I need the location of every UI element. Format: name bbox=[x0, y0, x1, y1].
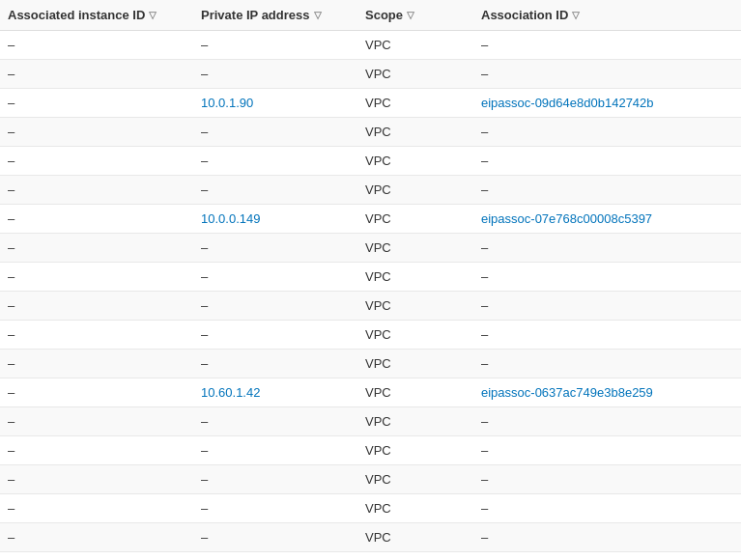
cell-association[interactable]: eipassoc-07e768c00008c5397 bbox=[473, 205, 741, 234]
cell-private-ip: – bbox=[193, 494, 357, 523]
cell-private-ip[interactable]: 10.0.1.90 bbox=[193, 89, 357, 118]
col-header-scope-label: Scope bbox=[365, 8, 403, 22]
cell-association: – bbox=[473, 292, 741, 321]
cell-private-ip: – bbox=[193, 263, 357, 292]
main-table-container: Associated instance ID ▽ Private IP addr… bbox=[0, 0, 741, 560]
cell-private-ip: – bbox=[193, 407, 357, 436]
cell-scope: VPC bbox=[357, 234, 473, 263]
cell-scope: VPC bbox=[357, 118, 473, 147]
cell-association[interactable]: eipassoc-09d64e8d0b142742b bbox=[473, 89, 741, 118]
cell-scope: VPC bbox=[357, 494, 473, 523]
cell-private-ip: – bbox=[193, 292, 357, 321]
cell-association: – bbox=[473, 31, 741, 60]
table-row: ––VPC– bbox=[0, 31, 741, 60]
col-header-private-ip-label: Private IP address bbox=[201, 8, 310, 22]
cell-scope: VPC bbox=[357, 292, 473, 321]
table-row: ––VPC– bbox=[0, 292, 741, 321]
col-header-instance[interactable]: Associated instance ID ▽ bbox=[0, 0, 193, 31]
table-row: ––VPC– bbox=[0, 494, 741, 523]
cell-association[interactable]: eipassoc-0637ac749e3b8e259 bbox=[473, 378, 741, 407]
cell-private-ip[interactable]: 10.0.0.149 bbox=[193, 205, 357, 234]
cell-private-ip: – bbox=[193, 350, 357, 378]
table-row: ––VPC– bbox=[0, 118, 741, 147]
cell-instance: – bbox=[0, 292, 193, 321]
cell-private-ip: – bbox=[193, 436, 357, 465]
sort-icon-association: ▽ bbox=[572, 10, 580, 20]
cell-scope: VPC bbox=[357, 60, 473, 89]
table-row: –10.0.0.149VPCeipassoc-07e768c00008c5397 bbox=[0, 205, 741, 234]
col-header-scope[interactable]: Scope ▽ bbox=[357, 0, 473, 31]
cell-scope: VPC bbox=[357, 89, 473, 118]
cell-scope: VPC bbox=[357, 436, 473, 465]
cell-scope: VPC bbox=[357, 147, 473, 176]
table-row: ––VPC– bbox=[0, 263, 741, 292]
cell-instance: – bbox=[0, 465, 193, 494]
col-header-private-ip[interactable]: Private IP address ▽ bbox=[193, 0, 357, 31]
cell-scope: VPC bbox=[357, 263, 473, 292]
cell-association: – bbox=[473, 494, 741, 523]
table-row: ––VPC– bbox=[0, 147, 741, 176]
cell-instance: – bbox=[0, 234, 193, 263]
sort-icon-scope: ▽ bbox=[407, 10, 414, 20]
cell-association: – bbox=[473, 523, 741, 552]
cell-scope: VPC bbox=[357, 465, 473, 494]
table-body: ––VPC–––VPC––10.0.1.90VPCeipassoc-09d64e… bbox=[0, 31, 741, 561]
cell-instance: – bbox=[0, 350, 193, 378]
cell-scope: VPC bbox=[357, 176, 473, 205]
sort-icon-instance: ▽ bbox=[149, 10, 157, 20]
cell-scope: VPC bbox=[357, 407, 473, 436]
cell-association: – bbox=[473, 176, 741, 205]
table-row: ––VPC– bbox=[0, 321, 741, 350]
col-header-association-label: Association ID bbox=[481, 8, 568, 22]
cell-private-ip[interactable]: 10.60.1.42 bbox=[193, 378, 357, 407]
cell-private-ip: – bbox=[193, 234, 357, 263]
cell-private-ip: – bbox=[193, 321, 357, 350]
cell-private-ip: – bbox=[193, 147, 357, 176]
cell-instance: – bbox=[0, 436, 193, 465]
cell-instance: – bbox=[0, 321, 193, 350]
col-header-instance-label: Associated instance ID bbox=[8, 8, 145, 22]
cell-instance: – bbox=[0, 118, 193, 147]
table-row: –10.60.1.42VPCeipassoc-0637ac749e3b8e259 bbox=[0, 378, 741, 407]
cell-association: – bbox=[473, 321, 741, 350]
cell-private-ip: – bbox=[193, 176, 357, 205]
sort-icon-private-ip: ▽ bbox=[314, 10, 322, 20]
table-row: ––VPC– bbox=[0, 176, 741, 205]
cell-instance: – bbox=[0, 263, 193, 292]
table-row: ––VPC– bbox=[0, 350, 741, 378]
cell-private-ip: – bbox=[193, 552, 357, 561]
cell-private-ip: – bbox=[193, 60, 357, 89]
table-row: –10.0.1.90VPCeipassoc-09d64e8d0b142742b bbox=[0, 89, 741, 118]
col-header-association[interactable]: Association ID ▽ bbox=[473, 0, 741, 31]
cell-association: – bbox=[473, 147, 741, 176]
table-row: ––VPC– bbox=[0, 234, 741, 263]
cell-association: – bbox=[473, 60, 741, 89]
cell-instance: – bbox=[0, 89, 193, 118]
cell-instance: – bbox=[0, 31, 193, 60]
cell-instance: – bbox=[0, 60, 193, 89]
cell-instance: – bbox=[0, 147, 193, 176]
cell-association: – bbox=[473, 263, 741, 292]
cell-scope: VPC bbox=[357, 321, 473, 350]
cell-association: – bbox=[473, 234, 741, 263]
cell-instance: – bbox=[0, 552, 193, 561]
table-row: ––VPC– bbox=[0, 436, 741, 465]
cell-scope: VPC bbox=[357, 350, 473, 378]
cell-instance: – bbox=[0, 523, 193, 552]
table-row: ––VPC– bbox=[0, 407, 741, 436]
cell-scope: VPC bbox=[357, 552, 473, 561]
cell-scope: VPC bbox=[357, 205, 473, 234]
cell-instance: – bbox=[0, 407, 193, 436]
table-row: ––VPC– bbox=[0, 60, 741, 89]
cell-private-ip: – bbox=[193, 31, 357, 60]
cell-scope: VPC bbox=[357, 31, 473, 60]
cell-scope: VPC bbox=[357, 378, 473, 407]
table-row: ––VPC– bbox=[0, 465, 741, 494]
cell-instance: – bbox=[0, 378, 193, 407]
cell-association: – bbox=[473, 465, 741, 494]
table-header-row: Associated instance ID ▽ Private IP addr… bbox=[0, 0, 741, 31]
cell-association: – bbox=[473, 118, 741, 147]
cell-association: – bbox=[473, 552, 741, 561]
cell-association: – bbox=[473, 407, 741, 436]
cell-instance: – bbox=[0, 176, 193, 205]
